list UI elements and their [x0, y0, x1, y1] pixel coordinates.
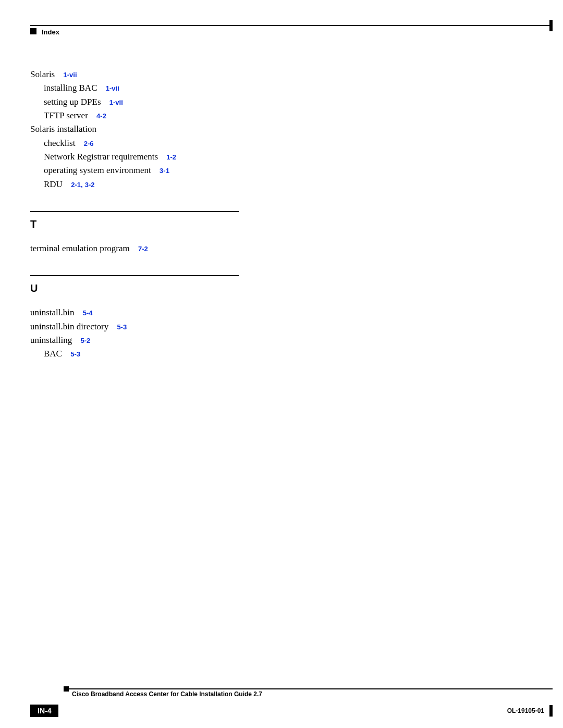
index-term: RDU — [44, 179, 63, 189]
index-ref-link[interactable]: 2-6 — [84, 140, 94, 147]
index-entry: TFTP server 4-2 — [30, 109, 532, 122]
index-ref-link[interactable]: 5-3 — [117, 323, 127, 331]
index-entry: Network Registrar requirements 1-2 — [30, 150, 532, 164]
index-section-u: uninstall.bin 5-4 uninstall.bin director… — [30, 306, 532, 361]
page-footer: Cisco Broadband Access Center for Cable … — [30, 688, 553, 718]
index-ref-link[interactable]: 1-vii — [63, 71, 77, 79]
index-ref-link[interactable]: 2-1, — [71, 181, 82, 189]
index-entry: checklist 2-6 — [30, 137, 532, 150]
index-ref-link[interactable]: 4-2 — [96, 112, 106, 120]
index-section-s: Solaris 1-vii installing BAC 1-vii setti… — [30, 68, 532, 191]
index-term: operating system environment — [44, 165, 151, 175]
index-term: uninstalling — [30, 335, 72, 345]
index-entry: Solaris 1-vii — [30, 68, 532, 81]
footer-square-icon — [64, 686, 69, 692]
index-ref-link[interactable]: 5-3 — [70, 350, 80, 358]
index-term: Solaris installation — [30, 124, 96, 134]
index-ref-link[interactable]: 5-4 — [83, 309, 93, 317]
index-entry: BAC 5-3 — [30, 347, 532, 361]
index-entry: setting up DPEs 1-vii — [30, 95, 532, 109]
index-term: installing BAC — [44, 83, 97, 93]
index-term: uninstall.bin — [30, 307, 75, 317]
index-section-letter-t: T — [30, 211, 239, 232]
index-ref-link[interactable]: 1-vii — [106, 84, 119, 92]
footer-rule: Cisco Broadband Access Center for Cable … — [30, 688, 553, 701]
index-ref-link[interactable]: 1-2 — [166, 153, 176, 161]
header-square-icon — [30, 28, 36, 34]
index-ref-link[interactable]: 1-vii — [109, 98, 123, 106]
index-entry: Solaris installation — [30, 122, 532, 136]
footer-bar: IN-4 OL-19105-01 — [30, 704, 553, 718]
index-ref-link[interactable]: 3-2 — [85, 181, 95, 189]
index-term: BAC — [44, 349, 62, 359]
index-section-letter-u: U — [30, 275, 239, 297]
index-entry: uninstall.bin 5-4 — [30, 306, 532, 319]
footer-doc-title: Cisco Broadband Access Center for Cable … — [72, 690, 553, 698]
index-section-t: terminal emulation program 7-2 — [30, 242, 532, 255]
footer-doc-code: OL-19105-01 — [507, 707, 544, 714]
index-ref-link[interactable]: 7-2 — [138, 245, 148, 253]
index-term: checklist — [44, 138, 75, 148]
corner-mark-bottom-right — [549, 705, 553, 717]
footer-page-number: IN-4 — [30, 705, 58, 717]
header-title: Index — [42, 28, 59, 36]
index-term: setting up DPEs — [44, 97, 101, 107]
index-content: Solaris 1-vii installing BAC 1-vii setti… — [30, 68, 532, 361]
index-ref-link[interactable]: 3-1 — [160, 167, 169, 175]
index-entry: operating system environment 3-1 — [30, 164, 532, 177]
index-ref-link[interactable]: 5-2 — [81, 337, 91, 344]
index-term: TFTP server — [44, 110, 88, 120]
index-term: terminal emulation program — [30, 243, 130, 253]
index-entry: installing BAC 1-vii — [30, 81, 532, 95]
index-term: Solaris — [30, 69, 55, 79]
index-entry: uninstalling 5-2 — [30, 334, 532, 347]
index-entry: terminal emulation program 7-2 — [30, 242, 532, 255]
index-entry: RDU 2-1, 3-2 — [30, 178, 532, 191]
index-entry: uninstall.bin directory 5-3 — [30, 320, 532, 334]
page-header: Index — [30, 25, 553, 36]
index-term: uninstall.bin directory — [30, 322, 108, 331]
index-term: Network Registrar requirements — [44, 152, 158, 162]
